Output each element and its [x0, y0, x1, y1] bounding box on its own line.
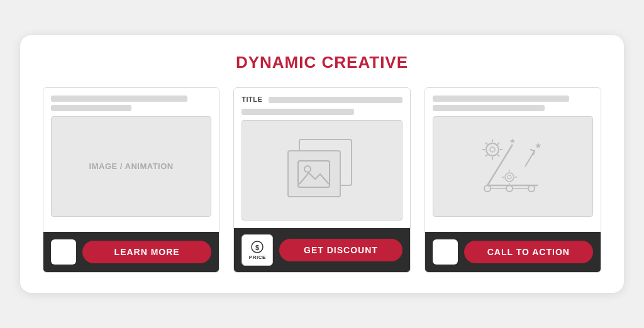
- card-3-image-placeholder: ★ ★: [433, 116, 593, 217]
- card-1-footer: LEARN MORE: [43, 232, 219, 272]
- svg-line-12: [497, 143, 499, 145]
- card-3-body: ★ ★: [425, 88, 601, 232]
- learn-more-button[interactable]: LEARN MORE: [82, 241, 211, 263]
- card-1: IMAGE / ANIMATION LEARN MORE: [43, 87, 219, 273]
- card-1-image-placeholder: IMAGE / ANIMATION: [51, 116, 211, 217]
- card-3: ★ ★: [425, 87, 601, 273]
- card-2: TITLE: [233, 87, 410, 273]
- svg-rect-0: [298, 161, 330, 187]
- card-1-bars: [51, 96, 211, 111]
- card-2-title: TITLE: [242, 96, 262, 103]
- cards-row: IMAGE / ANIMATION LEARN MORE TITLE: [43, 87, 601, 273]
- svg-text:$: $: [255, 243, 259, 251]
- svg-line-14: [525, 151, 535, 167]
- card-1-body: IMAGE / ANIMATION: [43, 88, 219, 232]
- card-1-footer-square: [51, 239, 76, 265]
- card-3-bars: [433, 96, 593, 111]
- bar: [242, 109, 354, 115]
- svg-line-13: [486, 155, 487, 156]
- price-label: PRICE: [249, 254, 266, 260]
- stacked-images: [287, 139, 357, 202]
- page-title: DYNAMIC CREATIVE: [43, 53, 601, 72]
- svg-line-11: [497, 155, 499, 156]
- mountain-icon: [297, 160, 330, 188]
- svg-point-17: [484, 185, 491, 192]
- svg-text:★: ★: [509, 137, 516, 145]
- get-discount-button[interactable]: GET DISCOUNT: [279, 239, 402, 261]
- svg-point-18: [506, 185, 513, 192]
- card-2-image-placeholder: [242, 120, 402, 221]
- bar: [433, 105, 545, 111]
- bar: [51, 96, 187, 102]
- svg-point-22: [505, 173, 514, 182]
- svg-point-1: [304, 166, 311, 172]
- bar: [269, 97, 402, 103]
- svg-point-23: [508, 175, 511, 179]
- image-animation-label: IMAGE / ANIMATION: [89, 160, 174, 173]
- card-2-body: TITLE: [234, 88, 409, 228]
- analytics-icon: ★ ★: [475, 132, 550, 201]
- svg-text:★: ★: [535, 141, 542, 150]
- bar: [51, 105, 131, 111]
- main-container: DYNAMIC CREATIVE IMAGE / ANIMATION LEARN…: [20, 35, 624, 293]
- card-2-footer: $ PRICE GET DISCOUNT: [234, 228, 409, 272]
- card-2-title-row: TITLE: [242, 96, 402, 106]
- card-3-footer: CALL TO ACTION: [425, 232, 601, 272]
- svg-line-10: [486, 143, 487, 145]
- svg-point-4: [486, 143, 499, 156]
- bar: [433, 96, 569, 102]
- image-card-front: [287, 150, 341, 197]
- price-dollar-icon: $: [250, 241, 265, 253]
- svg-point-5: [490, 147, 495, 152]
- card-3-footer-square: [433, 239, 458, 265]
- call-to-action-button[interactable]: CALL TO ACTION: [464, 241, 593, 263]
- price-icon: $ PRICE: [242, 234, 273, 266]
- svg-point-19: [528, 185, 535, 192]
